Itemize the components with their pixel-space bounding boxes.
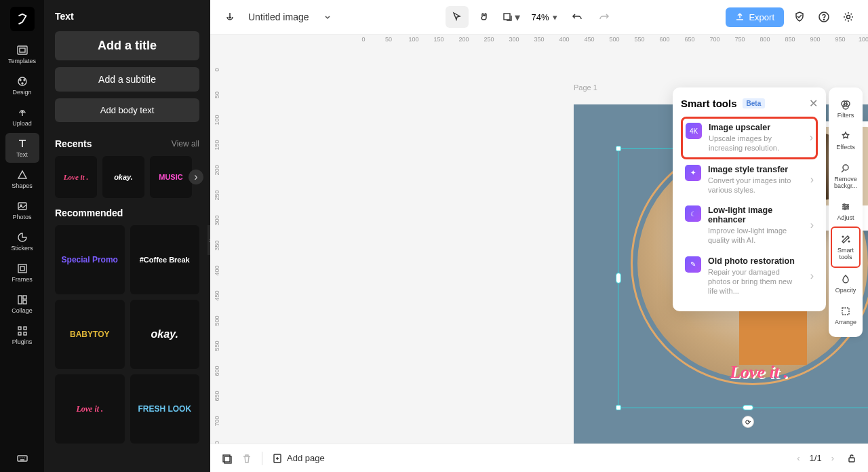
nav-collage[interactable]: Collage [5,289,39,319]
text-icon [16,138,28,150]
adjust-icon [840,201,852,213]
tool-old-photo-restoration[interactable]: ✎ Old photo restorationRepair your damag… [681,251,818,302]
recommended-thumb[interactable]: okay. [130,300,200,369]
lock-button[interactable] [846,453,857,464]
recommended-thumb[interactable]: #Coffee Break [130,225,200,294]
next-page-button[interactable]: › [829,450,837,466]
undo-button[interactable] [566,6,589,28]
svg-marker-6 [18,171,26,178]
photos-icon [16,200,28,212]
svg-point-32 [847,205,849,208]
add-subtitle-button[interactable]: Add a subtitle [55,67,199,92]
nav-photos[interactable]: Photos [5,195,39,225]
svg-point-5 [22,83,23,84]
rail-arrange[interactable]: Arrange [831,300,861,332]
svg-rect-1 [20,48,25,52]
svg-rect-17 [24,332,26,335]
recent-thumb[interactable]: MUSIC [150,156,192,198]
rail-opacity[interactable]: Opacity [831,268,861,300]
hand-tool[interactable] [473,6,496,28]
document-title[interactable]: Untitled image [248,12,309,22]
svg-rect-36 [842,308,849,315]
svg-rect-0 [18,46,27,54]
settings-icon-button[interactable] [840,8,857,26]
opacity-icon [840,273,852,286]
nav-keyboard[interactable] [5,445,39,472]
recent-thumb[interactable]: Love it . [55,156,97,198]
nav-text[interactable]: Text [5,133,39,163]
recents-title: Recents [55,138,92,149]
redo-button[interactable] [593,6,616,28]
nav-design[interactable]: Design [5,71,39,100]
rail-adjust[interactable]: Adjust [831,195,861,227]
rail-effects[interactable]: Effects [831,125,861,157]
help-icon-button[interactable] [815,8,833,26]
nav-upload[interactable]: Upload [5,102,39,132]
love-text[interactable]: Love it . [730,362,788,382]
chevron-right-icon: › [810,270,814,282]
nav-stickers[interactable]: Stickers [5,227,39,256]
nav-frames[interactable]: Frames [5,258,39,288]
recents-row: Love it . okay. MUSIC › [55,156,199,198]
svg-point-34 [842,237,844,238]
title-dropdown[interactable] [319,8,336,26]
delete-button[interactable] [241,453,252,464]
arrange-icon [840,305,852,317]
nav-shapes[interactable]: Shapes [5,164,39,194]
rail-filters[interactable]: Filters [831,93,861,125]
svg-point-35 [848,241,850,243]
svg-point-21 [823,19,824,20]
collage-icon [16,294,28,306]
tool-style-transfer[interactable]: ✦ Image style transferConvert your image… [681,159,818,201]
recommended-thumb[interactable]: FRESH LOOK [130,374,200,444]
chevron-right-icon: › [810,174,814,186]
prev-page-button[interactable]: ‹ [794,450,802,466]
resize-dropdown[interactable]: ▾ [500,6,523,28]
topbar: Untitled image ▾ 74%▾ Export [210,0,868,35]
add-title-button[interactable]: Add a title [55,31,199,60]
export-button[interactable]: Export [726,7,784,27]
upscaler-icon: 4K [686,123,702,139]
app-logo[interactable] [10,7,35,31]
smart-title: Smart tools [681,98,737,109]
download-icon-button[interactable] [221,8,239,26]
shield-icon-button[interactable] [791,8,808,26]
recents-next-button[interactable]: › [189,170,203,184]
recommended-thumb[interactable]: Special Promo [55,225,125,294]
page-navigator: ‹ 1/1 › [794,450,837,466]
ruler-vertical: 0501001502002503003504004505005506006507… [210,47,224,444]
upload-icon [16,106,28,119]
rail-smart-tools[interactable]: Smart tools [831,227,861,268]
add-page-button[interactable]: Add page [272,453,325,464]
recommended-thumb[interactable]: BABYTOY [55,300,125,369]
nav-rail: Templates Design Upload Text Shapes Phot… [0,0,44,472]
style-transfer-icon: ✦ [685,165,701,181]
templates-icon [16,44,28,56]
recent-thumb[interactable]: okay. [102,156,144,198]
panel-header: Text [44,0,210,31]
layers-button[interactable] [221,453,232,464]
nav-templates[interactable]: Templates [5,39,39,69]
select-tool[interactable] [446,6,469,28]
frames-icon [16,262,28,275]
filters-icon [840,98,852,111]
shapes-icon [16,169,28,181]
zoom-dropdown[interactable]: 74%▾ [531,12,557,22]
remove-bg-icon [840,162,852,174]
svg-point-4 [24,79,25,81]
recommended-thumb[interactable]: Love it . [55,374,125,444]
smart-close-button[interactable]: ✕ [809,97,818,110]
page-indicator: 1/1 [810,453,822,463]
tool-lowlight-enhancer[interactable]: ☾ Low-light image enhancerImprove low-li… [681,200,818,251]
rail-remove-bg[interactable]: Remove backgr... [831,157,861,195]
smart-tools-icon [840,233,852,245]
tool-image-upscaler[interactable]: 4K Image upscalerUpscale images by incre… [681,117,818,159]
restoration-icon: ✎ [685,256,701,273]
ruler-horizontal: 0501001502002503003504004505005506006507… [224,35,868,47]
svg-rect-10 [20,267,24,271]
nav-plugins[interactable]: Plugins [5,320,39,350]
add-body-button[interactable]: Add body text [55,98,199,122]
svg-rect-12 [23,296,26,299]
recents-viewall[interactable]: View all [172,139,199,149]
canvas-area[interactable]: 0501001502002503003504004505005506006507… [210,35,868,444]
